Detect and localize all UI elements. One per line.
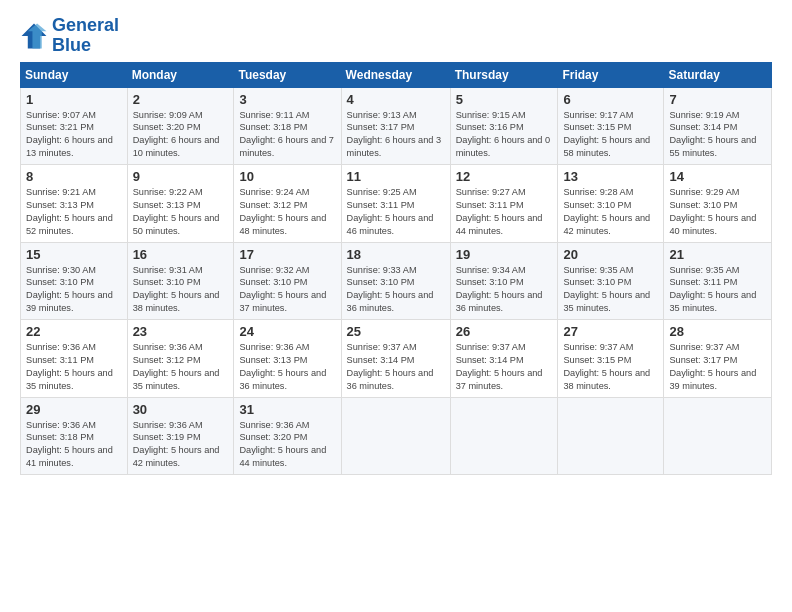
day-info: Sunrise: 9:29 AMSunset: 3:10 PMDaylight:… (669, 186, 766, 238)
header: General Blue (20, 16, 772, 56)
day-cell: 16 Sunrise: 9:31 AMSunset: 3:10 PMDaylig… (127, 242, 234, 320)
logo-text: General Blue (52, 16, 119, 56)
day-info: Sunrise: 9:28 AMSunset: 3:10 PMDaylight:… (563, 186, 658, 238)
day-number: 18 (347, 247, 445, 262)
day-cell: 15 Sunrise: 9:30 AMSunset: 3:10 PMDaylig… (21, 242, 128, 320)
week-row-3: 15 Sunrise: 9:30 AMSunset: 3:10 PMDaylig… (21, 242, 772, 320)
day-info: Sunrise: 9:24 AMSunset: 3:12 PMDaylight:… (239, 186, 335, 238)
day-cell: 24 Sunrise: 9:36 AMSunset: 3:13 PMDaylig… (234, 320, 341, 398)
day-number: 16 (133, 247, 229, 262)
day-info: Sunrise: 9:36 AMSunset: 3:11 PMDaylight:… (26, 341, 122, 393)
day-cell (450, 397, 558, 475)
day-number: 1 (26, 92, 122, 107)
day-info: Sunrise: 9:13 AMSunset: 3:17 PMDaylight:… (347, 109, 445, 161)
day-cell: 23 Sunrise: 9:36 AMSunset: 3:12 PMDaylig… (127, 320, 234, 398)
weekday-header-monday: Monday (127, 62, 234, 87)
day-cell: 25 Sunrise: 9:37 AMSunset: 3:14 PMDaylig… (341, 320, 450, 398)
day-number: 27 (563, 324, 658, 339)
day-number: 22 (26, 324, 122, 339)
day-cell: 19 Sunrise: 9:34 AMSunset: 3:10 PMDaylig… (450, 242, 558, 320)
calendar-table: SundayMondayTuesdayWednesdayThursdayFrid… (20, 62, 772, 476)
day-number: 17 (239, 247, 335, 262)
day-info: Sunrise: 9:22 AMSunset: 3:13 PMDaylight:… (133, 186, 229, 238)
day-cell: 10 Sunrise: 9:24 AMSunset: 3:12 PMDaylig… (234, 165, 341, 243)
weekday-header-sunday: Sunday (21, 62, 128, 87)
day-cell (341, 397, 450, 475)
day-cell: 9 Sunrise: 9:22 AMSunset: 3:13 PMDayligh… (127, 165, 234, 243)
day-number: 23 (133, 324, 229, 339)
day-info: Sunrise: 9:35 AMSunset: 3:11 PMDaylight:… (669, 264, 766, 316)
day-cell: 28 Sunrise: 9:37 AMSunset: 3:17 PMDaylig… (664, 320, 772, 398)
day-number: 8 (26, 169, 122, 184)
day-info: Sunrise: 9:37 AMSunset: 3:15 PMDaylight:… (563, 341, 658, 393)
day-cell: 6 Sunrise: 9:17 AMSunset: 3:15 PMDayligh… (558, 87, 664, 165)
day-info: Sunrise: 9:21 AMSunset: 3:13 PMDaylight:… (26, 186, 122, 238)
day-number: 11 (347, 169, 445, 184)
day-number: 31 (239, 402, 335, 417)
day-number: 13 (563, 169, 658, 184)
day-number: 20 (563, 247, 658, 262)
day-info: Sunrise: 9:37 AMSunset: 3:17 PMDaylight:… (669, 341, 766, 393)
day-cell: 7 Sunrise: 9:19 AMSunset: 3:14 PMDayligh… (664, 87, 772, 165)
day-info: Sunrise: 9:35 AMSunset: 3:10 PMDaylight:… (563, 264, 658, 316)
day-cell: 5 Sunrise: 9:15 AMSunset: 3:16 PMDayligh… (450, 87, 558, 165)
day-number: 25 (347, 324, 445, 339)
day-info: Sunrise: 9:36 AMSunset: 3:13 PMDaylight:… (239, 341, 335, 393)
day-info: Sunrise: 9:37 AMSunset: 3:14 PMDaylight:… (347, 341, 445, 393)
day-info: Sunrise: 9:31 AMSunset: 3:10 PMDaylight:… (133, 264, 229, 316)
week-row-4: 22 Sunrise: 9:36 AMSunset: 3:11 PMDaylig… (21, 320, 772, 398)
calendar-header: SundayMondayTuesdayWednesdayThursdayFrid… (21, 62, 772, 87)
day-number: 24 (239, 324, 335, 339)
day-info: Sunrise: 9:27 AMSunset: 3:11 PMDaylight:… (456, 186, 553, 238)
weekday-row: SundayMondayTuesdayWednesdayThursdayFrid… (21, 62, 772, 87)
day-cell: 11 Sunrise: 9:25 AMSunset: 3:11 PMDaylig… (341, 165, 450, 243)
day-cell: 1 Sunrise: 9:07 AMSunset: 3:21 PMDayligh… (21, 87, 128, 165)
day-number: 7 (669, 92, 766, 107)
day-number: 26 (456, 324, 553, 339)
day-info: Sunrise: 9:32 AMSunset: 3:10 PMDaylight:… (239, 264, 335, 316)
day-cell: 21 Sunrise: 9:35 AMSunset: 3:11 PMDaylig… (664, 242, 772, 320)
day-info: Sunrise: 9:33 AMSunset: 3:10 PMDaylight:… (347, 264, 445, 316)
day-info: Sunrise: 9:25 AMSunset: 3:11 PMDaylight:… (347, 186, 445, 238)
week-row-5: 29 Sunrise: 9:36 AMSunset: 3:18 PMDaylig… (21, 397, 772, 475)
day-cell: 27 Sunrise: 9:37 AMSunset: 3:15 PMDaylig… (558, 320, 664, 398)
day-cell: 29 Sunrise: 9:36 AMSunset: 3:18 PMDaylig… (21, 397, 128, 475)
day-cell: 12 Sunrise: 9:27 AMSunset: 3:11 PMDaylig… (450, 165, 558, 243)
day-number: 9 (133, 169, 229, 184)
day-cell: 20 Sunrise: 9:35 AMSunset: 3:10 PMDaylig… (558, 242, 664, 320)
day-cell: 2 Sunrise: 9:09 AMSunset: 3:20 PMDayligh… (127, 87, 234, 165)
day-number: 21 (669, 247, 766, 262)
page: General Blue SundayMondayTuesdayWednesda… (0, 0, 792, 485)
day-info: Sunrise: 9:15 AMSunset: 3:16 PMDaylight:… (456, 109, 553, 161)
day-number: 12 (456, 169, 553, 184)
day-cell: 18 Sunrise: 9:33 AMSunset: 3:10 PMDaylig… (341, 242, 450, 320)
day-info: Sunrise: 9:36 AMSunset: 3:20 PMDaylight:… (239, 419, 335, 471)
day-number: 4 (347, 92, 445, 107)
day-number: 2 (133, 92, 229, 107)
weekday-header-friday: Friday (558, 62, 664, 87)
day-info: Sunrise: 9:36 AMSunset: 3:12 PMDaylight:… (133, 341, 229, 393)
logo-icon (20, 22, 48, 50)
day-number: 5 (456, 92, 553, 107)
day-cell: 17 Sunrise: 9:32 AMSunset: 3:10 PMDaylig… (234, 242, 341, 320)
weekday-header-tuesday: Tuesday (234, 62, 341, 87)
day-info: Sunrise: 9:36 AMSunset: 3:19 PMDaylight:… (133, 419, 229, 471)
day-cell: 14 Sunrise: 9:29 AMSunset: 3:10 PMDaylig… (664, 165, 772, 243)
day-info: Sunrise: 9:17 AMSunset: 3:15 PMDaylight:… (563, 109, 658, 161)
day-cell (664, 397, 772, 475)
day-info: Sunrise: 9:11 AMSunset: 3:18 PMDaylight:… (239, 109, 335, 161)
day-info: Sunrise: 9:07 AMSunset: 3:21 PMDaylight:… (26, 109, 122, 161)
day-number: 15 (26, 247, 122, 262)
day-cell: 8 Sunrise: 9:21 AMSunset: 3:13 PMDayligh… (21, 165, 128, 243)
day-cell: 30 Sunrise: 9:36 AMSunset: 3:19 PMDaylig… (127, 397, 234, 475)
day-cell (558, 397, 664, 475)
week-row-2: 8 Sunrise: 9:21 AMSunset: 3:13 PMDayligh… (21, 165, 772, 243)
day-number: 3 (239, 92, 335, 107)
day-number: 29 (26, 402, 122, 417)
week-row-1: 1 Sunrise: 9:07 AMSunset: 3:21 PMDayligh… (21, 87, 772, 165)
day-cell: 22 Sunrise: 9:36 AMSunset: 3:11 PMDaylig… (21, 320, 128, 398)
day-number: 30 (133, 402, 229, 417)
day-info: Sunrise: 9:37 AMSunset: 3:14 PMDaylight:… (456, 341, 553, 393)
calendar-body: 1 Sunrise: 9:07 AMSunset: 3:21 PMDayligh… (21, 87, 772, 475)
day-number: 10 (239, 169, 335, 184)
